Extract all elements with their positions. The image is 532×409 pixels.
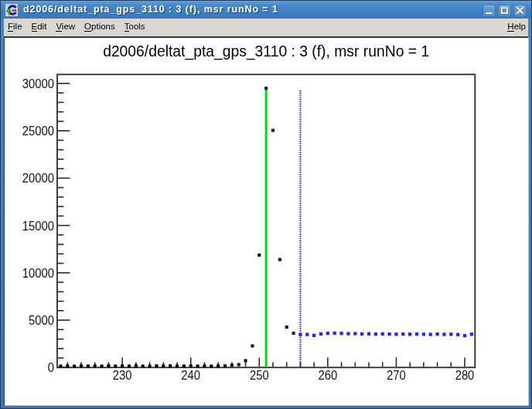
data-point-series-0 — [203, 364, 206, 367]
data-point-series-1 — [449, 332, 452, 336]
data-point-series-0 — [176, 364, 179, 367]
minimize-button[interactable] — [483, 5, 496, 17]
data-point-series-1 — [374, 332, 377, 336]
menu-item-edit[interactable]: Edit — [32, 22, 47, 31]
data-point-series-0 — [169, 364, 172, 367]
menu-item-help[interactable]: Help — [507, 22, 528, 31]
data-point-series-1 — [353, 332, 356, 335]
y-axis-tick-label: 15000 — [22, 219, 54, 232]
data-point-series-1 — [312, 333, 315, 336]
data-point-series-0 — [128, 364, 131, 367]
data-point-series-1 — [326, 331, 329, 334]
data-point-series-0 — [107, 364, 110, 367]
data-point-series-1 — [422, 332, 425, 336]
data-point-series-1 — [339, 332, 343, 335]
minimize-icon — [485, 7, 493, 15]
data-point-series-1 — [463, 334, 466, 337]
data-point-series-0 — [196, 364, 199, 367]
window-title: d2006/deltat_pta_gps_3110 : 3 (f), msr r… — [23, 4, 278, 15]
y-axis-tick-label: 5000 — [29, 314, 54, 327]
data-point-series-1 — [319, 332, 322, 335]
menu-item-file[interactable]: File — [8, 22, 22, 31]
data-point-series-0 — [59, 364, 62, 367]
root-canvas-window: d2006/deltat_pta_gps_3110 : 3 (f), msr r… — [0, 0, 532, 409]
y-axis-tick-label: 30000 — [22, 77, 54, 90]
y-axis-tick-label: 10000 — [22, 266, 54, 279]
plot-title: d2006/deltat_pta_gps_3110 : 3 (f), msr r… — [103, 43, 429, 60]
data-point-series-0 — [271, 128, 275, 131]
data-point-series-0 — [66, 364, 69, 367]
menu-item-tools[interactable]: Tools — [124, 22, 145, 31]
x-axis-tick-label: 240 — [181, 369, 200, 382]
titlebar[interactable]: d2006/deltat_pta_gps_3110 : 3 (f), msr r… — [1, 1, 531, 19]
menu-item-view[interactable]: View — [56, 22, 75, 31]
data-point-series-0 — [278, 257, 281, 261]
data-point-series-1 — [298, 332, 302, 336]
data-point-series-1 — [442, 332, 445, 336]
data-point-series-1 — [408, 332, 411, 336]
data-point-series-1 — [435, 332, 438, 336]
data-point-series-0 — [251, 344, 254, 347]
data-point-series-0 — [135, 364, 138, 367]
close-button[interactable] — [513, 5, 527, 17]
data-point-series-0 — [257, 253, 261, 256]
data-point-series-1 — [470, 332, 473, 336]
plot-svg: 2302402502602702800500010000150002000025… — [4, 36, 529, 406]
data-point-series-1 — [415, 332, 418, 335]
data-point-series-0 — [87, 364, 90, 367]
data-point-series-0 — [292, 332, 295, 335]
data-point-series-1 — [387, 332, 390, 335]
data-point-series-1 — [456, 332, 459, 336]
data-point-series-0 — [114, 364, 117, 367]
x-axis-tick-label: 250 — [250, 369, 269, 382]
data-point-series-0 — [142, 364, 145, 367]
data-point-series-0 — [121, 364, 124, 367]
data-point-series-0 — [162, 364, 165, 367]
data-point-series-1 — [380, 332, 384, 335]
data-point-series-1 — [428, 332, 431, 336]
data-point-series-0 — [100, 364, 103, 367]
x-axis-tick-label: 270 — [387, 369, 406, 382]
data-point-series-0 — [210, 364, 213, 367]
data-point-series-0 — [182, 364, 186, 367]
data-point-series-1 — [332, 331, 336, 334]
maximize-icon — [500, 7, 509, 15]
menu-items: FileEditViewOptionsTools — [4, 22, 155, 31]
plot-canvas[interactable]: 2302402502602702800500010000150002000025… — [4, 36, 529, 406]
data-point-series-1 — [346, 332, 350, 335]
data-point-series-0 — [80, 364, 83, 367]
data-point-series-1 — [394, 332, 397, 336]
data-point-series-0 — [285, 325, 288, 329]
maximize-button[interactable] — [498, 5, 511, 17]
x-axis-tick-label: 230 — [113, 369, 132, 382]
data-point-series-0 — [223, 364, 227, 367]
root-logo-icon — [5, 4, 18, 16]
menubar: FileEditViewOptionsTools Help — [4, 19, 528, 36]
y-axis-tick-label: 0 — [48, 361, 54, 374]
data-point-series-0 — [94, 364, 97, 367]
data-point-series-0 — [155, 364, 158, 367]
data-point-series-1 — [360, 332, 363, 335]
data-point-series-1 — [305, 332, 309, 336]
x-axis-tick-label: 280 — [455, 369, 474, 382]
data-point-series-0 — [230, 363, 234, 366]
y-axis-tick-label: 25000 — [22, 124, 54, 138]
data-point-series-0 — [244, 359, 247, 362]
close-icon — [516, 7, 524, 15]
data-point-series-0 — [264, 87, 268, 90]
data-point-series-0 — [148, 364, 151, 367]
y-axis-tick-label: 20000 — [22, 172, 54, 185]
data-point-series-1 — [401, 332, 404, 335]
data-point-series-0 — [217, 364, 220, 367]
data-point-series-1 — [367, 332, 370, 335]
menu-item-options[interactable]: Options — [84, 22, 115, 31]
data-point-series-0 — [73, 364, 76, 367]
data-point-series-0 — [189, 364, 193, 367]
x-axis-tick-label: 260 — [318, 369, 337, 382]
data-point-series-0 — [237, 363, 240, 366]
